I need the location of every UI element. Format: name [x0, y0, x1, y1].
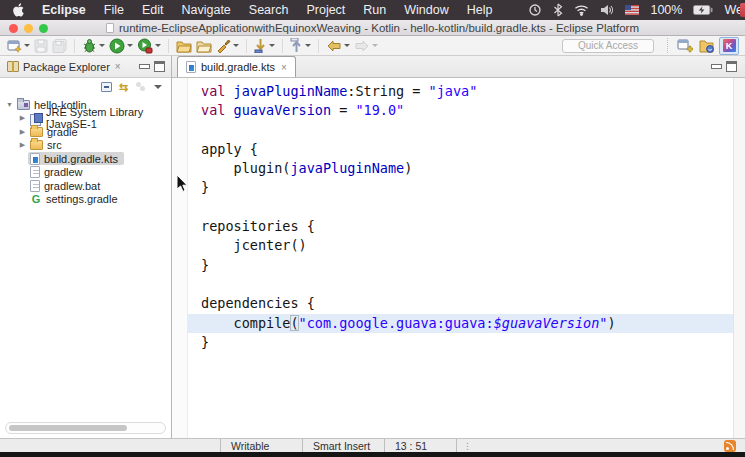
link-with-editor-icon[interactable]: ⇆	[119, 82, 128, 92]
tree-item-jre-system-library-javase-1[interactable]: ▶JRE System Library [JavaSE-1	[0, 112, 171, 126]
kotlin-perspective-button[interactable]: K	[719, 37, 739, 55]
news-feed-icon[interactable]	[724, 440, 736, 452]
code-line[interactable]: plugin(javaPluginName)	[201, 159, 733, 178]
code-token: repositories {	[201, 218, 315, 234]
code-line[interactable]	[201, 275, 733, 294]
code-area: val javaPluginName:String = "java"val gu…	[172, 78, 745, 438]
code-line[interactable]: repositories {	[201, 217, 733, 236]
tree-expander[interactable]: ▶	[17, 128, 28, 136]
eclipse-screen: EclipseFileEditNavigateSearchProjectRunW…	[0, 0, 745, 457]
code-line[interactable]: }	[201, 333, 733, 352]
view-menu-icon[interactable]	[154, 85, 162, 89]
editor-minimize-button[interactable]	[710, 61, 721, 70]
menu-item-search[interactable]: Search	[249, 3, 289, 17]
open-perspective-button[interactable]	[675, 37, 695, 55]
input-source-flag-icon[interactable]	[625, 5, 639, 15]
menu-item-eclipse[interactable]: Eclipse	[42, 3, 86, 17]
time-machine-icon[interactable]	[528, 3, 542, 17]
menu-item-file[interactable]: File	[104, 3, 124, 17]
status-overflow-icon[interactable]: ⋮	[463, 441, 472, 451]
zoom-window-button[interactable]	[39, 24, 48, 33]
scrollbar-thumb[interactable]	[9, 425, 127, 431]
view-minimize-button[interactable]	[138, 61, 149, 70]
menu-item-navigate[interactable]: Navigate	[181, 3, 230, 17]
code-token: (	[290, 315, 298, 331]
code-line[interactable]: jcenter()	[201, 236, 733, 255]
sidebar-horizontal-scrollbar[interactable]	[5, 422, 166, 434]
code-editor[interactable]: val javaPluginName:String = "java"val gu…	[188, 78, 733, 438]
code-token	[225, 102, 233, 118]
close-window-button[interactable]	[9, 24, 18, 33]
menu-item-window[interactable]: Window	[404, 3, 448, 17]
menu-status-area: 100% Wed 26 Oct 20:13	[528, 3, 745, 17]
window-title-bar[interactable]: runtime-EclipseApplicationwithEquinoxWea…	[0, 20, 745, 36]
go-into-annotation-button[interactable]	[289, 37, 312, 55]
menu-item-project[interactable]: Project	[306, 3, 345, 17]
new-wizard-button[interactable]	[6, 37, 31, 55]
wifi-icon[interactable]	[574, 4, 589, 16]
code-token: $guavaVersion	[494, 315, 600, 331]
debug-button[interactable]	[81, 37, 106, 55]
package-explorer-title[interactable]: Package Explorer	[23, 61, 110, 73]
code-token: "java"	[429, 83, 478, 99]
code-token: guavaVersion	[234, 102, 332, 118]
code-line[interactable]: dependencies {	[201, 294, 733, 313]
java-perspective-button[interactable]	[697, 37, 717, 55]
menu-item-help[interactable]: Help	[467, 3, 493, 17]
back-button[interactable]	[325, 37, 351, 55]
forward-button-disabled[interactable]	[353, 37, 379, 55]
code-token: javaPluginName	[234, 83, 348, 99]
menu-item-edit[interactable]: Edit	[142, 3, 164, 17]
tree-item-gradlew-bat[interactable]: gradlew.bat	[0, 179, 171, 193]
volume-icon[interactable]	[600, 4, 614, 16]
tab-close-icon[interactable]: ×	[281, 62, 287, 73]
code-line[interactable]: val javaPluginName:String = "java"	[201, 82, 733, 101]
minimize-window-button[interactable]	[24, 24, 33, 33]
save-all-button-disabled[interactable]	[51, 37, 68, 55]
code-token: apply {	[201, 141, 258, 157]
code-line[interactable]: }	[201, 256, 733, 275]
view-close-icon[interactable]: ×	[115, 61, 121, 72]
apple-menu-icon[interactable]	[12, 3, 24, 17]
kts-file-icon	[186, 61, 196, 73]
overview-ruler[interactable]	[733, 78, 745, 438]
bluetooth-icon[interactable]	[553, 3, 563, 17]
code-token: val	[201, 102, 225, 118]
code-line[interactable]: apply {	[201, 140, 733, 159]
traffic-lights	[9, 24, 48, 33]
quick-access-field[interactable]: Quick Access	[562, 39, 654, 53]
external-tools-button[interactable]	[136, 37, 162, 55]
open-folder-button[interactable]	[175, 37, 193, 55]
collapse-all-icon[interactable]	[101, 82, 112, 92]
save-button-disabled[interactable]	[33, 37, 49, 55]
code-token: compile	[201, 315, 290, 331]
code-line[interactable]: val guavaVersion = "19.0"	[201, 101, 733, 120]
editor-tab-build-gradle-kts[interactable]: build.gradle.kts ×	[177, 56, 296, 77]
menu-item-run[interactable]: Run	[363, 3, 386, 17]
annotation-ruler[interactable]	[172, 78, 188, 438]
run-button[interactable]	[108, 37, 134, 55]
code-line[interactable]: }	[201, 178, 733, 197]
open-file-button[interactable]	[195, 37, 213, 55]
code-line[interactable]	[201, 121, 733, 140]
editor-maximize-button[interactable]	[726, 61, 737, 72]
battery-icon[interactable]	[693, 5, 713, 15]
tree-item-label: gradle	[47, 126, 78, 138]
tree-expander[interactable]: ▶	[17, 114, 28, 122]
tree-item-label: gradlew	[44, 166, 83, 178]
code-line[interactable]	[201, 198, 733, 217]
code-token: )	[607, 315, 615, 331]
tree-item-src[interactable]: ▶src	[0, 139, 171, 153]
mark-occurrences-brush-button[interactable]	[215, 37, 240, 55]
code-token: =	[331, 102, 355, 118]
tree-expander[interactable]: ▼	[4, 101, 15, 108]
tree-item-gradlew[interactable]: gradlew	[0, 166, 171, 180]
tree-item-build-gradle-kts[interactable]: build.gradle.kts	[0, 152, 171, 166]
code-line-current[interactable]: compile("com.google.guava:guava:$guavaVe…	[188, 314, 733, 333]
package-explorer-tree: ▼hello-kotlin▶JRE System Library [JavaSE…	[0, 95, 171, 420]
tree-item-settings-gradle[interactable]: Gsettings.gradle	[0, 193, 171, 207]
view-maximize-button[interactable]	[154, 61, 165, 72]
focus-task-icon-disabled[interactable]	[135, 82, 147, 92]
tree-expander[interactable]: ▶	[17, 141, 28, 149]
last-edit-location-button[interactable]	[253, 37, 276, 55]
